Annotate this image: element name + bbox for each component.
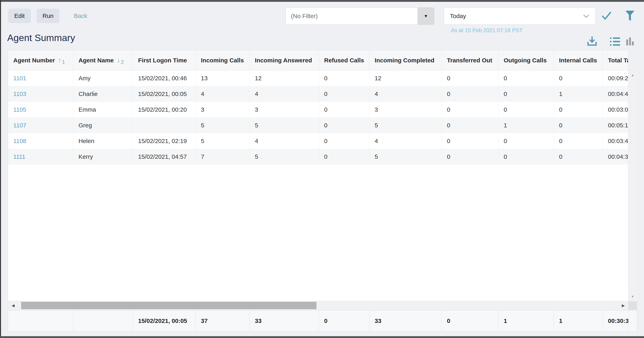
period-select-value: Today xyxy=(450,13,466,19)
vertical-scrollbar[interactable]: ▲ ▼ xyxy=(628,71,637,301)
cell-incoming-completed: 3 xyxy=(370,102,442,117)
cell-outgoing-calls: 0 xyxy=(498,70,554,86)
cell-transferred-out: 0 xyxy=(442,102,498,117)
chevron-down-icon xyxy=(583,14,590,18)
summary-cell-agent-number xyxy=(8,311,73,331)
cell-refused-calls: 0 xyxy=(319,149,370,165)
cell-first-logon-time: 15/02/2021, 00:20 xyxy=(133,102,196,117)
table-row: 1105Emma15/02/2021, 00:20330300000:03:0 xyxy=(8,102,628,117)
table-header-row: Agent Number↑1Agent Name↓2First Logon Ti… xyxy=(8,50,628,70)
cell-incoming-answered: 5 xyxy=(250,117,319,133)
cell-agent-number: 1105 xyxy=(8,102,73,117)
cell-agent-name: Kerry xyxy=(73,149,133,165)
back-link[interactable]: Back xyxy=(74,12,87,19)
column-header-incoming-completed[interactable]: Incoming Completed xyxy=(370,50,442,70)
cell-incoming-completed: 12 xyxy=(370,70,442,86)
list-view-icon[interactable] xyxy=(610,37,620,46)
column-header-label: Outgoing Calls xyxy=(504,57,546,64)
summary-cell-incoming-answered: 33 xyxy=(250,311,319,331)
scroll-left-arrow-icon[interactable]: ◀ xyxy=(9,301,17,310)
cell-incoming-completed: 5 xyxy=(370,117,442,133)
cell-total-ta: 00:09:2 xyxy=(603,70,628,86)
column-header-refused-calls[interactable]: Refused Calls xyxy=(319,50,370,70)
scroll-down-arrow-icon[interactable]: ▼ xyxy=(628,295,637,299)
cell-incoming-calls: 7 xyxy=(196,149,250,165)
cell-incoming-answered: 4 xyxy=(250,86,319,102)
cell-internal-calls: 0 xyxy=(554,102,603,117)
cell-agent-name: Charlie xyxy=(73,86,133,102)
chart-view-icon[interactable] xyxy=(626,37,634,46)
column-header-label: Transferred Out xyxy=(447,57,492,64)
agent-number-link[interactable]: 1111 xyxy=(13,153,25,160)
cell-incoming-completed: 4 xyxy=(370,86,442,102)
period-select[interactable]: Today xyxy=(444,7,596,25)
cell-transferred-out: 0 xyxy=(442,70,498,86)
cell-internal-calls: 0 xyxy=(554,133,603,149)
scroll-up-arrow-icon[interactable]: ▲ xyxy=(628,73,637,77)
filter-funnel-icon[interactable] xyxy=(625,10,635,21)
column-header-incoming-calls[interactable]: Incoming Calls xyxy=(196,50,250,70)
horizontal-scrollbar[interactable]: ◀ ▶ xyxy=(8,301,637,310)
summary-cell-outgoing-calls: 1 xyxy=(498,311,554,331)
cell-agent-number: 1111 xyxy=(8,149,73,165)
column-header-total-ta[interactable]: Total Ta xyxy=(603,50,628,70)
cell-refused-calls: 0 xyxy=(319,133,370,149)
agent-number-link[interactable]: 1108 xyxy=(13,138,26,144)
agent-summary-table: Agent Number↑1Agent Name↓2First Logon Ti… xyxy=(8,50,628,301)
table-row: 1103Charlie15/02/2021, 00:05440400100:04… xyxy=(8,86,628,102)
cell-agent-name: Greg xyxy=(73,117,133,133)
edit-button[interactable]: Edit xyxy=(8,9,31,23)
cell-incoming-calls: 4 xyxy=(196,86,250,102)
horizontal-scrollbar-thumb[interactable] xyxy=(21,302,316,309)
agent-number-link[interactable]: 1101 xyxy=(13,75,26,82)
cell-incoming-calls: 5 xyxy=(196,117,250,133)
summary-cell-transferred-out: 0 xyxy=(442,311,498,331)
column-header-first-logon-time[interactable]: First Logon Time xyxy=(133,50,196,70)
run-button[interactable]: Run xyxy=(36,9,60,23)
agent-number-link[interactable]: 1105 xyxy=(13,106,26,113)
column-header-label: Total Ta xyxy=(608,57,628,64)
cell-outgoing-calls: 0 xyxy=(498,102,554,117)
agent-summary-screen: Edit Run Back (No Filter) ▼ Today As at … xyxy=(0,0,644,338)
column-header-incoming-answered[interactable]: Incoming Answered xyxy=(250,50,319,70)
agent-number-link[interactable]: 1107 xyxy=(13,122,26,129)
column-header-label: Internal Calls xyxy=(559,57,597,64)
cell-incoming-answered: 5 xyxy=(250,149,319,165)
column-header-label: Incoming Calls xyxy=(201,57,244,64)
column-header-label: Incoming Completed xyxy=(375,57,434,64)
report-filter-value: (No Filter) xyxy=(286,13,418,19)
cell-incoming-calls: 3 xyxy=(196,102,250,117)
summary-cell-incoming-calls: 37 xyxy=(196,311,250,331)
apply-check-icon[interactable] xyxy=(602,11,612,20)
as-at-timestamp: As at 15 Feb 2021 07:18 PST xyxy=(451,27,522,33)
column-header-label: Agent Number xyxy=(13,57,55,64)
table-body: 1101Amy15/02/2021, 00:46131201200000:09:… xyxy=(8,70,628,165)
sort-order-number: 1 xyxy=(62,59,65,65)
page-title: Agent Summary xyxy=(7,32,75,43)
download-icon[interactable] xyxy=(587,36,597,46)
cell-internal-calls: 0 xyxy=(554,117,603,133)
column-header-outgoing-calls[interactable]: Outgoing Calls xyxy=(498,50,554,70)
cell-agent-number: 1108 xyxy=(8,133,73,149)
report-filter-dropdown[interactable]: (No Filter) ▼ xyxy=(286,7,434,25)
cell-refused-calls: 0 xyxy=(319,86,370,102)
scroll-right-arrow-icon[interactable]: ▶ xyxy=(619,301,627,310)
agent-number-link[interactable]: 1103 xyxy=(13,90,26,97)
cell-first-logon-time xyxy=(133,117,196,133)
cell-refused-calls: 0 xyxy=(319,117,370,133)
column-header-label: Incoming Answered xyxy=(255,57,312,64)
cell-agent-number: 1101 xyxy=(8,70,73,86)
cell-agent-number: 1107 xyxy=(8,117,73,133)
column-header-agent-number[interactable]: Agent Number↑1 xyxy=(8,50,73,70)
column-header-agent-name[interactable]: Agent Name↓2 xyxy=(73,50,133,70)
dropdown-arrow-icon[interactable]: ▼ xyxy=(418,8,434,24)
table-row: 1101Amy15/02/2021, 00:46131201200000:09:… xyxy=(8,70,628,86)
column-header-internal-calls[interactable]: Internal Calls xyxy=(554,50,603,70)
cell-agent-name: Amy xyxy=(73,70,133,86)
table-row: 1108Helen15/02/2021, 02:19540400000:03:4 xyxy=(8,133,628,149)
summary-cell-agent-name xyxy=(73,311,133,331)
window-edge-bottom xyxy=(0,336,644,338)
column-header-transferred-out[interactable]: Transferred Out xyxy=(442,50,498,70)
column-header-label: Refused Calls xyxy=(324,57,364,64)
summary-cell-incoming-completed: 33 xyxy=(370,311,442,331)
